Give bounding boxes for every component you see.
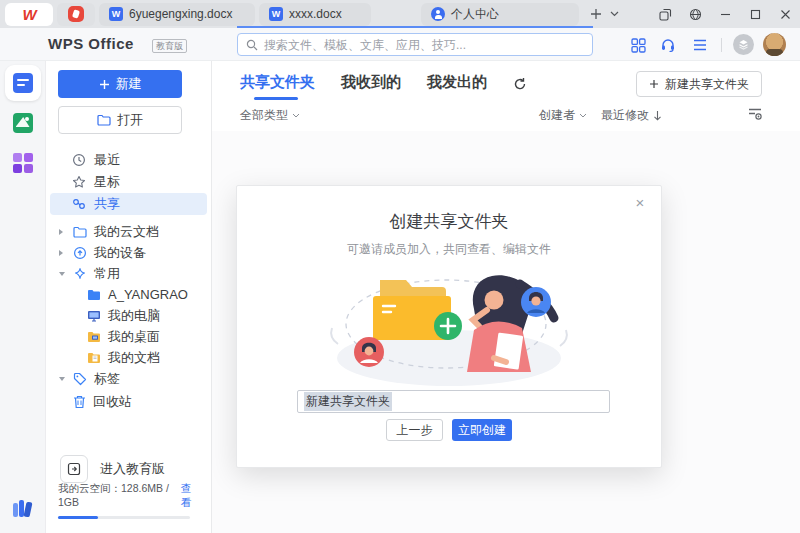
dialog-subtitle: 可邀请成员加入，共同查看、编辑文件 — [237, 241, 661, 258]
tree-item-label: 我的云文档 — [94, 223, 159, 241]
close-button[interactable] — [770, 0, 800, 28]
strip-item-pictures[interactable] — [5, 105, 41, 141]
main-tabs: 共享文件夹 我收到的 我发出的 — [240, 73, 527, 100]
home-tab[interactable]: W — [5, 3, 53, 26]
tree-item-frequent[interactable]: 常用 — [50, 263, 207, 284]
back-button[interactable]: 上一步 — [386, 419, 443, 441]
search-box[interactable] — [237, 33, 593, 56]
document-tab-1[interactable]: W 6yuegengxing.docx — [99, 3, 255, 26]
tab-label: 我发出的 — [427, 73, 487, 90]
cloud-space-view-link[interactable]: 查看 — [181, 482, 200, 510]
strip-item-docs[interactable] — [5, 65, 41, 101]
sidebar-item-trash[interactable]: 回收站 — [50, 391, 207, 412]
active-tab-underline — [254, 97, 298, 100]
sidebar: 新建 打开 最近 星标 共享 — [46, 61, 212, 533]
open-file-label: 打开 — [117, 111, 143, 129]
filter-creator[interactable]: 创建者 — [539, 107, 587, 124]
sort-recently-modified[interactable]: 最近修改 — [601, 107, 662, 124]
strip-item-apps[interactable] — [5, 145, 41, 181]
titlebar: W W 6yuegengxing.docx W xxxx.docx 个人中心 — [0, 0, 800, 28]
cloud-usage-bar — [58, 516, 190, 519]
dialog-title: 创建共享文件夹 — [237, 210, 661, 233]
docer-tab[interactable] — [57, 3, 95, 26]
personal-center-label: 个人中心 — [451, 6, 499, 23]
globe-icon[interactable] — [680, 0, 710, 28]
refresh-icon[interactable] — [513, 77, 527, 91]
tab-label: 共享文件夹 — [240, 73, 315, 90]
personal-center-tab[interactable]: 个人中心 — [421, 3, 579, 26]
tab-list-chevron-icon[interactable] — [607, 3, 621, 25]
folder-open-icon — [97, 114, 111, 126]
library-icon[interactable] — [13, 499, 33, 517]
edu-entry-label: 进入教育版 — [100, 460, 165, 478]
maximize-button[interactable] — [740, 0, 770, 28]
components-app-icon — [13, 153, 33, 173]
filter-label: 全部类型 — [240, 107, 288, 124]
sidebar-item-recent[interactable]: 最近 — [50, 149, 207, 171]
tree-item-devices[interactable]: 我的设备 — [50, 242, 207, 263]
support-headset-icon[interactable] — [656, 33, 680, 57]
document-tab-label: xxxx.docx — [289, 7, 342, 21]
user-avatar[interactable] — [763, 33, 786, 56]
divider — [721, 38, 722, 52]
cloud-space: 我的云空间：128.6MB / 1GB 查看 — [58, 482, 200, 519]
tree-item-my-desktop[interactable]: 我的桌面 — [50, 326, 207, 347]
edu-entry-icon — [60, 455, 88, 483]
tab-shared-folders[interactable]: 共享文件夹 — [240, 73, 315, 100]
chevron-right-icon — [58, 228, 66, 236]
docer-icon — [68, 6, 84, 22]
chevron-down-icon — [58, 271, 66, 277]
document-tab-label: 6yuegengxing.docx — [129, 7, 232, 21]
writer-doc-icon: W — [109, 7, 123, 21]
sidebar-nav: 最近 星标 共享 — [50, 149, 207, 215]
dialog-buttons: 上一步 立即创建 — [237, 419, 661, 441]
new-tab-button[interactable] — [585, 3, 607, 25]
create-now-button[interactable]: 立即创建 — [452, 419, 512, 441]
wps-logo-icon: W — [22, 6, 35, 23]
folder-icon — [87, 289, 101, 301]
desktop-folder-icon — [87, 331, 101, 343]
wps-office-window: W W 6yuegengxing.docx W xxxx.docx 个人中心 — [0, 0, 800, 533]
document-tab-2[interactable]: W xxxx.docx — [259, 3, 371, 26]
filter-all-types[interactable]: 全部类型 — [240, 107, 300, 124]
tab-label: 我收到的 — [341, 73, 401, 90]
tree-item-label: 我的文档 — [108, 349, 160, 367]
share-icon — [72, 197, 86, 211]
tree-item-my-computer[interactable]: 我的电脑 — [50, 305, 207, 326]
dialog-close-icon[interactable]: × — [631, 194, 649, 212]
sidebar-tree: 我的云文档 我的设备 常用 A_YANGRAO — [50, 221, 207, 389]
menu-icon[interactable] — [688, 33, 712, 57]
tab-received[interactable]: 我收到的 — [341, 73, 401, 100]
new-document-button[interactable]: 新建 — [58, 70, 182, 98]
trash-label: 回收站 — [93, 393, 132, 411]
trash-icon — [73, 395, 86, 409]
tab-sent[interactable]: 我发出的 — [427, 73, 487, 100]
workspace-switch-icon[interactable] — [650, 0, 680, 28]
list-settings-icon[interactable] — [748, 107, 762, 120]
tree-item-tags[interactable]: 标签 — [50, 368, 207, 389]
new-shared-folder-button[interactable]: 新建共享文件夹 — [636, 71, 762, 97]
wps-office-logo: WPS Office — [48, 35, 134, 52]
sidebar-item-shared[interactable]: 共享 — [50, 193, 207, 215]
person-icon — [431, 7, 445, 21]
cloud-folder-icon — [73, 226, 87, 238]
minimize-button[interactable] — [710, 0, 740, 28]
member-badge-icon[interactable] — [733, 34, 754, 55]
edition-badge: 教育版 — [152, 39, 187, 53]
star-icon — [72, 175, 86, 189]
search-input[interactable] — [264, 38, 584, 52]
chevron-down-icon — [579, 113, 587, 118]
search-icon — [246, 39, 258, 51]
tree-item-cloud-docs[interactable]: 我的云文档 — [50, 221, 207, 242]
tree-item-folder-a-yangrao[interactable]: A_YANGRAO — [50, 284, 207, 305]
chevron-down-icon — [58, 376, 66, 382]
create-shared-folder-dialog: × 创建共享文件夹 可邀请成员加入，共同查看、编辑文件 — [236, 185, 662, 468]
tree-item-my-documents[interactable]: 我的文档 — [50, 347, 207, 368]
apps-grid-icon[interactable] — [626, 33, 650, 57]
open-file-button[interactable]: 打开 — [58, 106, 182, 134]
new-shared-folder-label: 新建共享文件夹 — [665, 76, 749, 93]
filter-bar: 全部类型 创建者 最近修改 — [240, 107, 762, 123]
edu-edition-entry[interactable]: 进入教育版 — [60, 455, 165, 483]
folder-name-input[interactable]: 新建共享文件夹 — [297, 390, 610, 413]
sidebar-item-starred[interactable]: 星标 — [50, 171, 207, 193]
